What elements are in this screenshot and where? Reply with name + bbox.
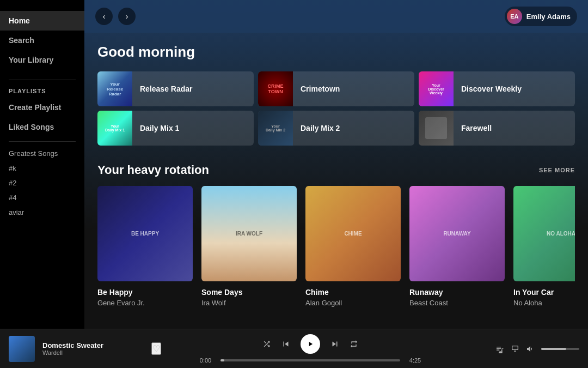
quick-pick-art-farewell <box>419 111 454 146</box>
sidebar-playlist-aviar[interactable]: aviar <box>0 205 84 220</box>
player-track-name: Domestic Sweater <box>42 341 144 349</box>
main-content: ‹ › EA Emily Adams Good morning YourRele… <box>84 0 588 329</box>
user-profile[interactable]: EA Emily Adams <box>505 7 577 26</box>
volume-button[interactable] <box>526 345 535 353</box>
rotation-card-title-3: Runaway <box>409 288 505 297</box>
shuffle-button[interactable] <box>262 340 271 348</box>
previous-button[interactable] <box>281 339 291 349</box>
quick-pick-label-5: Farewell <box>454 124 499 132</box>
progress-fill <box>220 359 224 361</box>
sidebar: Home Search Your Library PLAYLISTS Creat… <box>0 0 84 329</box>
quick-pick-art-daily2: YourDaily Mix 2 <box>258 111 293 146</box>
player-center: 0:00 4:25 <box>161 334 460 364</box>
like-button[interactable]: ♡ <box>151 342 161 355</box>
sidebar-playlist-greatest-songs[interactable]: Greatest Songs <box>0 146 84 161</box>
rotation-card-1[interactable]: IRA WOLF Some Days Ira Wolf <box>201 186 297 307</box>
player-bar: Domestic Sweater Wardell ♡ 0:00 <box>0 329 588 368</box>
rotation-card-title-2: Chime <box>305 288 401 297</box>
play-button[interactable] <box>301 334 320 354</box>
rotation-header: Your heavy rotation SEE MORE <box>97 163 575 177</box>
quick-pick-art-release-radar: YourReleaseRadar <box>97 71 132 106</box>
rotation-card-artist-1: Ira Wolf <box>201 299 297 307</box>
rotation-card-art-2: CHIME <box>305 186 401 281</box>
rotation-card-artist-0: Gene Evaro Jr. <box>97 299 193 307</box>
sidebar-divider-top <box>9 80 76 80</box>
progress-track[interactable] <box>220 359 400 361</box>
quick-pick-label-0: Release Radar <box>132 85 200 93</box>
user-name: Emily Adams <box>526 13 571 21</box>
quick-pick-label-1: Crimetown <box>293 85 347 93</box>
volume-bar[interactable] <box>541 348 579 350</box>
quick-pick-art-discover: YourDiscoverWeekly <box>419 71 454 106</box>
quick-pick-farewell[interactable]: Farewell <box>419 111 575 146</box>
player-controls <box>262 334 358 354</box>
rotation-card-artist-3: Beast Coast <box>409 299 505 307</box>
player-left: Domestic Sweater Wardell ♡ <box>9 336 161 362</box>
sidebar-item-search[interactable]: Search <box>0 31 84 50</box>
quick-picks-grid: YourReleaseRadar Release Radar CRIMETOWN… <box>97 71 575 146</box>
sidebar-divider-bottom <box>9 141 76 142</box>
player-track-art <box>9 336 35 362</box>
quick-pick-daily-mix-1[interactable]: YourDaily Mix 1 Daily Mix 1 <box>97 111 254 146</box>
devices-button[interactable] <box>511 345 519 353</box>
forward-button[interactable]: › <box>118 8 136 25</box>
sidebar-item-library[interactable]: Your Library <box>0 50 84 70</box>
progress-bar-container: 0:00 4:25 <box>196 357 425 364</box>
sidebar-playlist-k[interactable]: #k <box>0 161 84 176</box>
sidebar-item-home[interactable]: Home <box>0 11 84 31</box>
quick-pick-label-4: Daily Mix 2 <box>293 124 347 132</box>
quick-pick-crimetown[interactable]: CRIMETOWN Crimetown <box>258 71 414 106</box>
rotation-card-art-3: RUNAWAY <box>409 186 505 281</box>
sidebar-playlist-4[interactable]: #4 <box>0 190 84 205</box>
sidebar-nav: Home Search Your Library <box>0 5 84 75</box>
next-button[interactable] <box>330 339 340 349</box>
rotation-title: Your heavy rotation <box>97 163 209 177</box>
rotation-card-artist-4: No Aloha <box>513 299 575 307</box>
rotation-card-art-0: BE HAPPY <box>97 186 193 281</box>
greeting-title: Good morning <box>97 44 575 61</box>
time-total: 4:25 <box>406 357 425 364</box>
rotation-card-0[interactable]: BE HAPPY Be Happy Gene Evaro Jr. <box>97 186 193 307</box>
rotation-card-title-0: Be Happy <box>97 288 193 297</box>
quick-pick-art-crimetown: CRIMETOWN <box>258 71 293 106</box>
see-more-button[interactable]: SEE MORE <box>539 167 575 173</box>
rotation-card-4[interactable]: NO ALOHA In Your Car No Aloha <box>513 186 575 307</box>
repeat-button[interactable] <box>350 340 358 348</box>
rotation-section: Your heavy rotation SEE MORE BE HAPPY Be… <box>97 163 575 307</box>
sidebar-playlist-2[interactable]: #2 <box>0 176 84 190</box>
time-current: 0:00 <box>196 357 215 364</box>
rotation-grid: BE HAPPY Be Happy Gene Evaro Jr. IRA WOL… <box>97 186 575 307</box>
player-track-info: Domestic Sweater Wardell <box>42 341 144 356</box>
sidebar-section-playlists: PLAYLISTS <box>0 85 84 98</box>
rotation-card-3[interactable]: RUNAWAY Runaway Beast Coast <box>409 186 505 307</box>
player-right <box>460 345 579 353</box>
quick-pick-release-radar[interactable]: YourReleaseRadar Release Radar <box>97 71 254 106</box>
back-button[interactable]: ‹ <box>95 8 113 25</box>
quick-pick-art-daily1: YourDaily Mix 1 <box>97 111 132 146</box>
queue-button[interactable] <box>495 345 504 353</box>
rotation-card-artist-2: Alan Gogoll <box>305 299 401 307</box>
quick-pick-label-2: Discover Weekly <box>454 85 529 93</box>
quick-pick-daily-mix-2[interactable]: YourDaily Mix 2 Daily Mix 2 <box>258 111 414 146</box>
content-area: Good morning YourReleaseRadar Release Ra… <box>84 33 588 327</box>
nav-buttons: ‹ › <box>95 8 136 25</box>
rotation-card-art-4: NO ALOHA <box>513 186 575 281</box>
quick-pick-label-3: Daily Mix 1 <box>132 124 187 132</box>
rotation-card-title-1: Some Days <box>201 288 297 297</box>
rotation-card-title-4: In Your Car <box>513 288 575 297</box>
quick-pick-discover-weekly[interactable]: YourDiscoverWeekly Discover Weekly <box>419 71 575 106</box>
player-track-artist: Wardell <box>42 349 144 356</box>
rotation-card-art-1: IRA WOLF <box>201 186 297 281</box>
volume-fill <box>541 348 566 350</box>
sidebar-item-create-playlist[interactable]: Create Playlist <box>0 98 84 117</box>
rotation-card-2[interactable]: CHIME Chime Alan Gogoll <box>305 186 401 307</box>
top-bar: ‹ › EA Emily Adams <box>84 0 588 33</box>
sidebar-item-liked-songs[interactable]: Liked Songs <box>0 117 84 137</box>
avatar: EA <box>507 9 522 24</box>
